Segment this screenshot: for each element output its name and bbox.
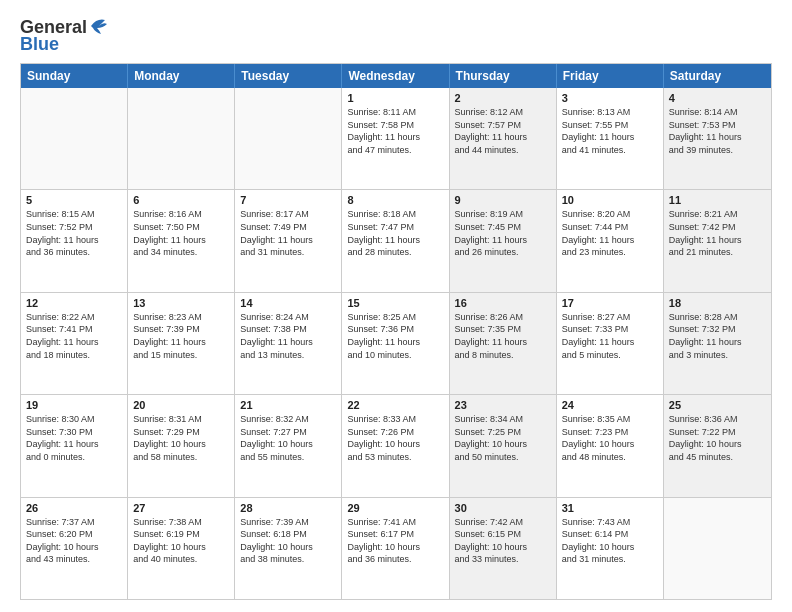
calendar: SundayMondayTuesdayWednesdayThursdayFrid…: [20, 63, 772, 600]
day-info: Sunrise: 7:38 AM Sunset: 6:19 PM Dayligh…: [133, 516, 229, 566]
day-number: 12: [26, 297, 122, 309]
day-info: Sunrise: 8:22 AM Sunset: 7:41 PM Dayligh…: [26, 311, 122, 361]
day-number: 8: [347, 194, 443, 206]
day-info: Sunrise: 7:37 AM Sunset: 6:20 PM Dayligh…: [26, 516, 122, 566]
calendar-cell-empty: [21, 88, 128, 189]
day-info: Sunrise: 8:21 AM Sunset: 7:42 PM Dayligh…: [669, 208, 766, 258]
calendar-cell-day-25: 25Sunrise: 8:36 AM Sunset: 7:22 PM Dayli…: [664, 395, 771, 496]
calendar-cell-day-18: 18Sunrise: 8:28 AM Sunset: 7:32 PM Dayli…: [664, 293, 771, 394]
day-number: 22: [347, 399, 443, 411]
weekday-header-sunday: Sunday: [21, 64, 128, 88]
weekday-header-saturday: Saturday: [664, 64, 771, 88]
day-number: 26: [26, 502, 122, 514]
calendar-cell-day-20: 20Sunrise: 8:31 AM Sunset: 7:29 PM Dayli…: [128, 395, 235, 496]
weekday-header-wednesday: Wednesday: [342, 64, 449, 88]
calendar-cell-day-15: 15Sunrise: 8:25 AM Sunset: 7:36 PM Dayli…: [342, 293, 449, 394]
day-info: Sunrise: 8:13 AM Sunset: 7:55 PM Dayligh…: [562, 106, 658, 156]
day-info: Sunrise: 8:26 AM Sunset: 7:35 PM Dayligh…: [455, 311, 551, 361]
day-number: 9: [455, 194, 551, 206]
day-number: 16: [455, 297, 551, 309]
day-info: Sunrise: 8:33 AM Sunset: 7:26 PM Dayligh…: [347, 413, 443, 463]
calendar-cell-day-19: 19Sunrise: 8:30 AM Sunset: 7:30 PM Dayli…: [21, 395, 128, 496]
calendar-row-2: 12Sunrise: 8:22 AM Sunset: 7:41 PM Dayli…: [21, 292, 771, 394]
day-number: 28: [240, 502, 336, 514]
logo: General Blue: [20, 16, 111, 55]
day-info: Sunrise: 8:23 AM Sunset: 7:39 PM Dayligh…: [133, 311, 229, 361]
day-info: Sunrise: 8:35 AM Sunset: 7:23 PM Dayligh…: [562, 413, 658, 463]
day-number: 27: [133, 502, 229, 514]
day-info: Sunrise: 8:30 AM Sunset: 7:30 PM Dayligh…: [26, 413, 122, 463]
day-number: 18: [669, 297, 766, 309]
day-info: Sunrise: 8:19 AM Sunset: 7:45 PM Dayligh…: [455, 208, 551, 258]
day-number: 31: [562, 502, 658, 514]
weekday-header-monday: Monday: [128, 64, 235, 88]
day-number: 20: [133, 399, 229, 411]
calendar-cell-day-11: 11Sunrise: 8:21 AM Sunset: 7:42 PM Dayli…: [664, 190, 771, 291]
day-number: 13: [133, 297, 229, 309]
day-number: 29: [347, 502, 443, 514]
day-number: 3: [562, 92, 658, 104]
calendar-cell-day-1: 1Sunrise: 8:11 AM Sunset: 7:58 PM Daylig…: [342, 88, 449, 189]
calendar-row-1: 5Sunrise: 8:15 AM Sunset: 7:52 PM Daylig…: [21, 189, 771, 291]
day-number: 7: [240, 194, 336, 206]
calendar-header: SundayMondayTuesdayWednesdayThursdayFrid…: [21, 64, 771, 88]
calendar-row-4: 26Sunrise: 7:37 AM Sunset: 6:20 PM Dayli…: [21, 497, 771, 599]
calendar-cell-day-14: 14Sunrise: 8:24 AM Sunset: 7:38 PM Dayli…: [235, 293, 342, 394]
day-info: Sunrise: 8:16 AM Sunset: 7:50 PM Dayligh…: [133, 208, 229, 258]
calendar-cell-empty: [128, 88, 235, 189]
calendar-cell-day-2: 2Sunrise: 8:12 AM Sunset: 7:57 PM Daylig…: [450, 88, 557, 189]
calendar-cell-empty: [235, 88, 342, 189]
calendar-cell-day-6: 6Sunrise: 8:16 AM Sunset: 7:50 PM Daylig…: [128, 190, 235, 291]
calendar-cell-day-23: 23Sunrise: 8:34 AM Sunset: 7:25 PM Dayli…: [450, 395, 557, 496]
day-info: Sunrise: 8:12 AM Sunset: 7:57 PM Dayligh…: [455, 106, 551, 156]
calendar-cell-day-7: 7Sunrise: 8:17 AM Sunset: 7:49 PM Daylig…: [235, 190, 342, 291]
calendar-cell-day-5: 5Sunrise: 8:15 AM Sunset: 7:52 PM Daylig…: [21, 190, 128, 291]
day-number: 17: [562, 297, 658, 309]
calendar-cell-day-8: 8Sunrise: 8:18 AM Sunset: 7:47 PM Daylig…: [342, 190, 449, 291]
calendar-cell-day-4: 4Sunrise: 8:14 AM Sunset: 7:53 PM Daylig…: [664, 88, 771, 189]
day-number: 5: [26, 194, 122, 206]
day-info: Sunrise: 8:20 AM Sunset: 7:44 PM Dayligh…: [562, 208, 658, 258]
day-number: 30: [455, 502, 551, 514]
weekday-header-tuesday: Tuesday: [235, 64, 342, 88]
day-info: Sunrise: 8:32 AM Sunset: 7:27 PM Dayligh…: [240, 413, 336, 463]
calendar-cell-day-16: 16Sunrise: 8:26 AM Sunset: 7:35 PM Dayli…: [450, 293, 557, 394]
day-number: 2: [455, 92, 551, 104]
day-info: Sunrise: 8:17 AM Sunset: 7:49 PM Dayligh…: [240, 208, 336, 258]
day-number: 14: [240, 297, 336, 309]
weekday-header-friday: Friday: [557, 64, 664, 88]
day-info: Sunrise: 8:15 AM Sunset: 7:52 PM Dayligh…: [26, 208, 122, 258]
day-info: Sunrise: 8:36 AM Sunset: 7:22 PM Dayligh…: [669, 413, 766, 463]
day-number: 19: [26, 399, 122, 411]
day-number: 25: [669, 399, 766, 411]
calendar-cell-day-10: 10Sunrise: 8:20 AM Sunset: 7:44 PM Dayli…: [557, 190, 664, 291]
calendar-cell-day-26: 26Sunrise: 7:37 AM Sunset: 6:20 PM Dayli…: [21, 498, 128, 599]
calendar-cell-day-13: 13Sunrise: 8:23 AM Sunset: 7:39 PM Dayli…: [128, 293, 235, 394]
calendar-cell-day-27: 27Sunrise: 7:38 AM Sunset: 6:19 PM Dayli…: [128, 498, 235, 599]
day-number: 4: [669, 92, 766, 104]
calendar-cell-day-9: 9Sunrise: 8:19 AM Sunset: 7:45 PM Daylig…: [450, 190, 557, 291]
day-number: 15: [347, 297, 443, 309]
day-number: 6: [133, 194, 229, 206]
calendar-cell-day-29: 29Sunrise: 7:41 AM Sunset: 6:17 PM Dayli…: [342, 498, 449, 599]
day-info: Sunrise: 7:41 AM Sunset: 6:17 PM Dayligh…: [347, 516, 443, 566]
calendar-body: 1Sunrise: 8:11 AM Sunset: 7:58 PM Daylig…: [21, 88, 771, 599]
day-info: Sunrise: 8:28 AM Sunset: 7:32 PM Dayligh…: [669, 311, 766, 361]
header: General Blue: [20, 16, 772, 55]
calendar-cell-day-3: 3Sunrise: 8:13 AM Sunset: 7:55 PM Daylig…: [557, 88, 664, 189]
day-number: 1: [347, 92, 443, 104]
day-info: Sunrise: 8:27 AM Sunset: 7:33 PM Dayligh…: [562, 311, 658, 361]
calendar-cell-day-24: 24Sunrise: 8:35 AM Sunset: 7:23 PM Dayli…: [557, 395, 664, 496]
day-info: Sunrise: 8:25 AM Sunset: 7:36 PM Dayligh…: [347, 311, 443, 361]
day-info: Sunrise: 8:14 AM Sunset: 7:53 PM Dayligh…: [669, 106, 766, 156]
day-number: 11: [669, 194, 766, 206]
day-number: 23: [455, 399, 551, 411]
calendar-cell-day-22: 22Sunrise: 8:33 AM Sunset: 7:26 PM Dayli…: [342, 395, 449, 496]
calendar-cell-day-31: 31Sunrise: 7:43 AM Sunset: 6:14 PM Dayli…: [557, 498, 664, 599]
day-number: 21: [240, 399, 336, 411]
logo-bird-icon: [89, 16, 111, 36]
calendar-cell-day-21: 21Sunrise: 8:32 AM Sunset: 7:27 PM Dayli…: [235, 395, 342, 496]
page: General Blue SundayMondayTuesdayWednesda…: [0, 0, 792, 612]
calendar-row-3: 19Sunrise: 8:30 AM Sunset: 7:30 PM Dayli…: [21, 394, 771, 496]
calendar-cell-day-28: 28Sunrise: 7:39 AM Sunset: 6:18 PM Dayli…: [235, 498, 342, 599]
